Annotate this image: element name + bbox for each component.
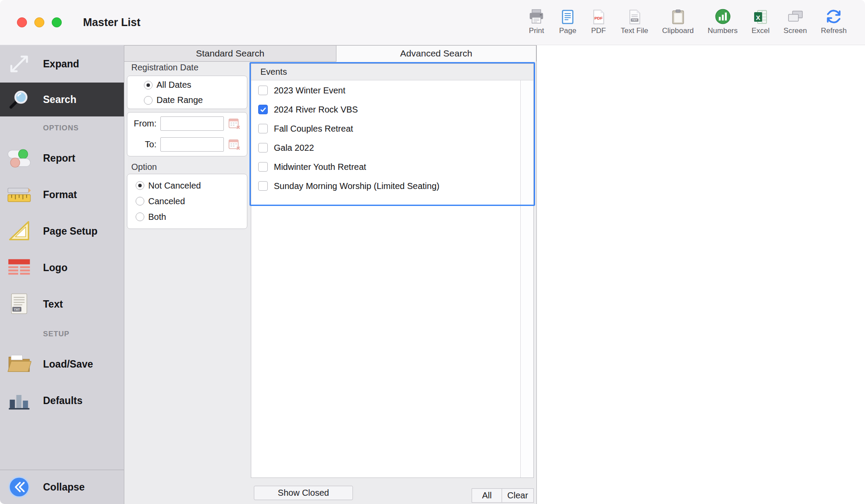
canceled-label: Canceled — [148, 196, 185, 206]
select-all-button[interactable]: All — [472, 488, 502, 503]
event-label: Midwinter Youth Retreat — [274, 162, 366, 172]
sidebar-item-format[interactable]: Format — [0, 176, 124, 213]
from-calendar-button[interactable] — [227, 116, 240, 131]
not-canceled-option[interactable]: Not Canceled — [127, 178, 247, 193]
tab-standard-search[interactable]: Standard Search — [124, 45, 336, 62]
numbers-icon — [714, 6, 732, 25]
toolbar-refresh-button[interactable]: Refresh — [814, 6, 854, 35]
svg-text:TXT: TXT — [632, 19, 637, 21]
pdf-icon: PDF — [590, 6, 607, 25]
toolbar-text-file-button[interactable]: TXT Text File — [614, 6, 655, 35]
set-square-icon — [6, 220, 33, 242]
sidebar-report-label: Report — [43, 153, 75, 164]
sidebar-logo-label: Logo — [43, 262, 67, 274]
traffic-lights — [0, 17, 62, 27]
calendar-icon — [227, 137, 240, 152]
folder-icon — [6, 353, 33, 375]
sidebar-item-logo[interactable]: Logo — [0, 249, 124, 286]
search-icon — [6, 89, 33, 110]
sidebar-item-report[interactable]: Report — [0, 140, 124, 176]
search-tabbar: Standard Search Advanced Search — [124, 45, 536, 62]
all-dates-option[interactable]: All Dates — [127, 77, 247, 93]
sidebar-item-defaults[interactable]: Defaults — [0, 382, 124, 419]
expand-icon — [6, 52, 33, 76]
toolbar-excel-button[interactable]: X Excel — [745, 6, 777, 35]
sidebar: Expand Search OPTIONS Report Format — [0, 45, 124, 504]
zoom-window-button[interactable] — [52, 17, 62, 27]
show-closed-button[interactable]: Show Closed — [254, 486, 353, 500]
toolbar-page-label: Page — [559, 27, 576, 35]
sidebar-item-expand[interactable]: Expand — [0, 45, 124, 83]
sidebar-setup-header: SETUP — [0, 322, 124, 346]
search-panel: Standard Search Advanced Search Registra… — [124, 45, 537, 504]
toolbar-screen-label: Screen — [784, 27, 807, 35]
titlebar: Master List Print Page PDF PDF — [0, 0, 865, 45]
select-buttons: All Clear — [472, 488, 534, 503]
both-radio[interactable] — [136, 212, 144, 221]
event-row[interactable]: Fall Couples Retreat — [251, 119, 533, 138]
window-body: Expand Search OPTIONS Report Format — [0, 45, 865, 504]
toolbar-clipboard-button[interactable]: Clipboard — [655, 6, 701, 35]
to-calendar-button[interactable] — [227, 137, 240, 152]
option-title: Option — [131, 162, 157, 172]
events-scrollbar[interactable] — [520, 80, 533, 477]
toolbar-pdf-button[interactable]: PDF PDF — [583, 6, 614, 35]
to-date-input[interactable] — [160, 137, 224, 152]
toolbar-page-button[interactable]: Page — [552, 6, 583, 35]
close-window-button[interactable] — [17, 17, 27, 27]
not-canceled-radio[interactable] — [136, 181, 144, 190]
sidebar-text-label: Text — [43, 298, 63, 310]
sidebar-options-header: OPTIONS — [0, 116, 124, 140]
sidebar-item-load-save[interactable]: Load/Save — [0, 346, 124, 382]
events-header: Events — [251, 64, 533, 80]
text-doc-icon: TXT — [6, 292, 33, 316]
event-checkbox[interactable] — [258, 105, 268, 114]
event-checkbox[interactable] — [258, 143, 268, 153]
event-row[interactable]: 2024 River Rock VBS — [251, 100, 533, 119]
event-row[interactable]: Midwinter Youth Retreat — [251, 157, 533, 176]
date-range-option[interactable]: Date Range — [127, 93, 247, 108]
option-group: Not Canceled Canceled Both — [127, 174, 247, 229]
results-pane — [537, 45, 865, 504]
toolbar-print-button[interactable]: Print — [521, 6, 552, 35]
svg-text:X: X — [756, 13, 760, 21]
printer-icon — [528, 6, 545, 25]
excel-icon: X — [752, 6, 769, 25]
sidebar-defaults-label: Defaults — [43, 395, 83, 407]
sidebar-item-collapse[interactable]: Collapse — [0, 470, 124, 504]
sidebar-item-search[interactable]: Search — [0, 83, 124, 116]
date-range-radio[interactable] — [144, 96, 153, 105]
toolbar-screen-button[interactable]: Screen — [777, 6, 814, 35]
events-list-box: Events 2023 Winter Event 2024 River Rock… — [251, 63, 534, 478]
both-option[interactable]: Both — [127, 209, 247, 225]
event-row[interactable]: Gala 2022 — [251, 138, 533, 157]
event-row[interactable]: Sunday Morning Worship (Limited Seating) — [251, 176, 533, 196]
event-row[interactable]: 2023 Winter Event — [251, 81, 533, 100]
event-label: Fall Couples Retreat — [274, 124, 353, 134]
event-checkbox[interactable] — [258, 86, 268, 95]
all-dates-radio[interactable] — [144, 81, 153, 90]
event-checkbox[interactable] — [258, 181, 268, 191]
canceled-option[interactable]: Canceled — [127, 193, 247, 209]
toolbar-numbers-button[interactable]: Numbers — [701, 6, 745, 35]
refresh-icon — [825, 6, 842, 25]
canceled-radio[interactable] — [136, 197, 144, 206]
toolbar-excel-label: Excel — [752, 27, 770, 35]
logo-stripes-icon — [6, 256, 33, 279]
sidebar-item-page-setup[interactable]: Page Setup — [0, 213, 124, 249]
sidebar-item-text[interactable]: TXT Text — [0, 286, 124, 322]
from-date-input[interactable] — [160, 116, 224, 131]
sidebar-spacer — [0, 419, 124, 470]
both-label: Both — [148, 212, 166, 222]
registration-date-group: All Dates Date Range — [127, 76, 247, 109]
event-label: 2023 Winter Event — [274, 86, 346, 96]
registration-date-title: Registration Date — [131, 63, 199, 73]
event-checkbox[interactable] — [258, 124, 268, 133]
from-date-row: From: — [127, 113, 247, 133]
minimize-window-button[interactable] — [34, 17, 44, 27]
event-checkbox[interactable] — [258, 162, 268, 172]
clear-selection-button[interactable]: Clear — [502, 488, 534, 503]
svg-text:PDF: PDF — [594, 15, 602, 20]
toolbar-text-file-label: Text File — [621, 27, 648, 35]
tab-advanced-search[interactable]: Advanced Search — [336, 45, 536, 62]
